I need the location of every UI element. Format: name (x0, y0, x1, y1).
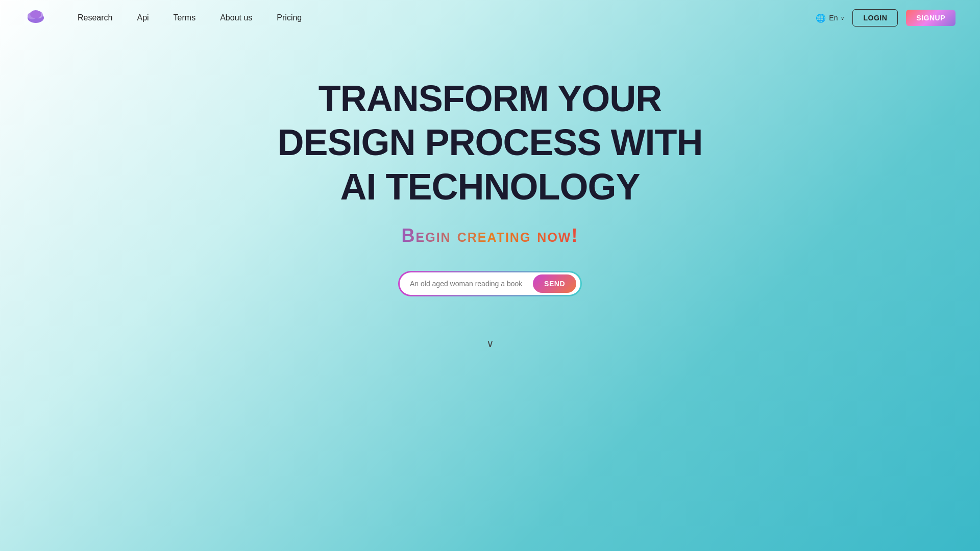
nav-item-research[interactable]: Research (78, 13, 112, 22)
nav-item-terms[interactable]: Terms (174, 13, 196, 22)
navbar: Research Api Terms About us Pricing 🌐 En… (0, 0, 980, 36)
chevron-down-icon: ∨ (486, 337, 494, 349)
hero-section: Transform your design process with AI te… (0, 36, 980, 349)
language-text: En (829, 14, 838, 22)
language-selector[interactable]: 🌐 En ∨ (816, 13, 844, 23)
hero-subtitle: Begin creating now! (402, 225, 579, 246)
nav-item-pricing[interactable]: Pricing (277, 13, 302, 22)
hero-title-line2: AI technology (340, 166, 640, 207)
hero-title: Transform your design process with AI te… (260, 77, 720, 209)
scroll-indicator[interactable]: ∨ (486, 337, 494, 349)
login-button[interactable]: LOGIN (852, 9, 898, 27)
chevron-down-icon: ∨ (841, 15, 844, 21)
signup-button[interactable]: SIGNUP (906, 10, 955, 26)
hero-title-line1: Transform your design process with (277, 78, 702, 163)
search-container: SEND (398, 271, 582, 296)
search-inner: SEND (400, 272, 580, 295)
logo[interactable] (24, 6, 78, 30)
svg-point-3 (30, 10, 41, 18)
nav-item-api[interactable]: Api (137, 13, 149, 22)
search-wrapper: SEND (398, 271, 582, 296)
search-input[interactable] (410, 272, 531, 295)
nav-links: Research Api Terms About us Pricing (78, 13, 816, 22)
send-button[interactable]: SEND (533, 274, 576, 293)
nav-item-about[interactable]: About us (220, 13, 252, 22)
nav-right: 🌐 En ∨ LOGIN SIGNUP (816, 9, 955, 27)
globe-icon: 🌐 (816, 13, 826, 23)
